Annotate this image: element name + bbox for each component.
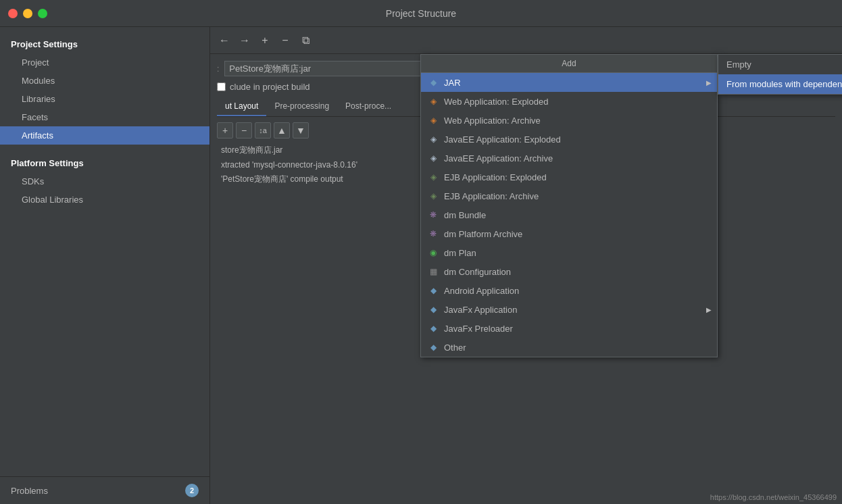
forward-button[interactable]: →: [236, 32, 253, 49]
main-layout: Project Settings Project Modules Librari…: [0, 27, 842, 504]
sidebar-item-artifacts[interactable]: Artifacts: [0, 126, 209, 145]
dm-platform-icon: ❋: [428, 228, 439, 239]
menu-item-ejb-archive[interactable]: ◈ EJB Application: Archive: [421, 186, 717, 205]
add-menu[interactable]: Add ◆ JAR ▶ ◈ Web Application: Exploded …: [420, 54, 718, 357]
tab-output-layout[interactable]: ut Layout: [217, 97, 266, 116]
problems-badge[interactable]: 2: [185, 484, 199, 497]
sidebar-bottom: Problems 2: [0, 476, 209, 504]
menu-item-webapp-archive[interactable]: ◈ Web Application: Archive: [421, 111, 717, 130]
add-button[interactable]: +: [256, 32, 274, 49]
menu-item-dm-platform[interactable]: ❋ dm Platform Archive: [421, 224, 717, 243]
artifact-name-input[interactable]: [224, 61, 427, 76]
sidebar-item-sdks[interactable]: SDKs: [0, 172, 209, 191]
menu-item-javafx[interactable]: ◆ JavaFx Application ▶: [421, 300, 717, 319]
menu-item-webapp-exploded[interactable]: ◈ Web Application: Exploded: [421, 92, 717, 111]
ejb-archive-icon: ◈: [428, 191, 439, 201]
minimize-button[interactable]: [23, 9, 32, 18]
add-menu-header: Add: [421, 55, 717, 73]
ejb-exploded-icon: ◈: [428, 172, 439, 182]
webapp-exploded-icon: ◈: [428, 96, 439, 107]
content-add-btn[interactable]: +: [217, 122, 233, 138]
other-icon: ◆: [428, 342, 439, 353]
content-up-btn[interactable]: ▲: [274, 122, 290, 138]
javaee-exploded-icon: ◈: [428, 134, 439, 145]
menu-item-ejb-exploded[interactable]: ◈ EJB Application: Exploded: [421, 168, 717, 186]
menu-item-javafx-preloader[interactable]: ◆ JavaFx Preloader: [421, 319, 717, 338]
sidebar: Project Settings Project Modules Librari…: [0, 27, 210, 504]
artifact-name-colon: :: [217, 64, 219, 74]
include-checkbox[interactable]: [217, 82, 226, 91]
android-icon: ◆: [428, 285, 439, 296]
traffic-lights: [8, 9, 47, 18]
webapp-archive-icon: ◈: [428, 115, 439, 126]
jar-submenu[interactable]: Empty From modules with dependencies...: [718, 54, 842, 95]
back-button[interactable]: ←: [216, 32, 233, 49]
right-panel: ← → + − ⧉ : clude in project build ut La…: [210, 27, 842, 504]
menu-item-dm-plan[interactable]: ◉ dm Plan: [421, 243, 717, 262]
dm-config-icon: ▦: [428, 266, 439, 277]
javafx-icon: ◆: [428, 304, 439, 315]
problems-label: Problems: [11, 486, 48, 496]
tab-preprocessing[interactable]: Pre-processing: [266, 97, 337, 116]
sidebar-item-libraries[interactable]: Libraries: [0, 90, 209, 108]
platform-settings-header: Platform Settings: [0, 151, 209, 172]
content-down-btn[interactable]: ▼: [293, 122, 309, 138]
window-title: Project Structure: [386, 8, 456, 19]
bottom-url: https://blog.csdn.net/weixin_45366499: [710, 493, 837, 501]
menu-item-javaee-archive[interactable]: ◈ JavaEE Application: Archive: [421, 149, 717, 168]
submenu-from-modules[interactable]: From modules with dependencies...: [718, 74, 842, 94]
toolbar: ← → + − ⧉: [210, 27, 842, 54]
javafx-preloader-icon: ◆: [428, 323, 439, 334]
close-button[interactable]: [8, 9, 18, 18]
submenu-empty[interactable]: Empty: [718, 55, 842, 74]
copy-button[interactable]: ⧉: [297, 32, 314, 49]
content-remove-btn[interactable]: −: [236, 122, 252, 138]
sidebar-item-global-libraries[interactable]: Global Libraries: [0, 191, 209, 209]
remove-button[interactable]: −: [276, 32, 294, 49]
maximize-button[interactable]: [38, 9, 47, 18]
menu-item-javaee-exploded[interactable]: ◈ JavaEE Application: Exploded: [421, 130, 717, 149]
javafx-arrow-icon: ▶: [706, 306, 712, 313]
sidebar-item-facets[interactable]: Facets: [0, 108, 209, 126]
titlebar: Project Structure: [0, 0, 842, 27]
menu-item-other[interactable]: ◆ Other: [421, 338, 717, 357]
project-settings-header: Project Settings: [0, 32, 209, 53]
jar-arrow-icon: ▶: [706, 79, 712, 86]
dm-plan-icon: ◉: [428, 247, 439, 258]
javaee-archive-icon: ◈: [428, 153, 439, 163]
dm-bundle-icon: ❋: [428, 209, 439, 220]
include-label: clude in project build: [230, 82, 310, 92]
sidebar-nav: Project Settings Project Modules Librari…: [0, 27, 209, 476]
tab-postprocessing[interactable]: Post-proce...: [337, 97, 399, 116]
menu-item-dm-config[interactable]: ▦ dm Configuration: [421, 262, 717, 281]
sidebar-item-project[interactable]: Project: [0, 53, 209, 72]
sidebar-item-modules[interactable]: Modules: [0, 72, 209, 90]
menu-item-jar[interactable]: ◆ JAR ▶: [421, 73, 717, 92]
content-sort-btn[interactable]: ↕a: [255, 122, 271, 138]
menu-item-android[interactable]: ◆ Android Application: [421, 281, 717, 300]
jar-icon: ◆: [428, 77, 439, 88]
menu-item-dm-bundle[interactable]: ❋ dm Bundle: [421, 205, 717, 224]
